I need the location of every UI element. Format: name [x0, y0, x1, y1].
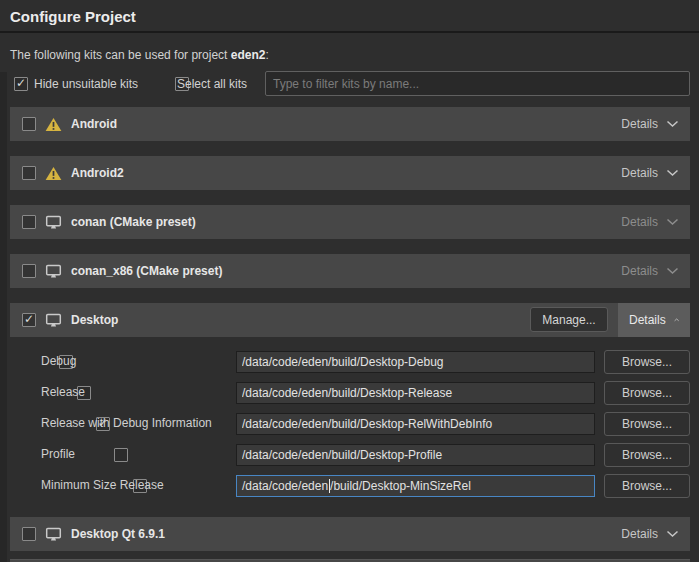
kit-conan-x86-details-button[interactable]: Details: [610, 254, 690, 288]
chevron-down-icon: [666, 120, 679, 128]
checkmark-icon: ✓: [16, 76, 26, 90]
kit-name: Desktop Qt 6.9.1: [71, 527, 165, 541]
chevron-down-icon: [666, 169, 679, 177]
config-profile-checkbox[interactable]: [114, 448, 128, 462]
title-separator: [0, 31, 699, 33]
page-title: Configure Project: [10, 8, 136, 25]
kit-conan-checkbox[interactable]: [22, 215, 36, 229]
scroll-area-edge: [0, 72, 7, 562]
config-profile-label: Profile: [41, 447, 75, 461]
config-release-label: Release: [41, 385, 85, 399]
config-relwithdebinfo-browse-button[interactable]: Browse...: [604, 412, 690, 436]
kit-name: Desktop: [71, 313, 118, 327]
config-debug-path-input[interactable]: [236, 351, 595, 373]
kit-desktop-checkbox[interactable]: ✓: [22, 313, 36, 327]
kit-android2-checkbox[interactable]: [22, 166, 36, 180]
desktop-icon: [45, 527, 62, 542]
chevron-down-icon: [666, 218, 679, 226]
hide-unsuitable-kits-label: Hide unsuitable kits: [34, 77, 138, 91]
kit-row-conan: conan (CMake preset) Details: [10, 205, 690, 239]
chevron-down-icon: [666, 267, 679, 275]
kit-desktop-qt-checkbox[interactable]: [22, 527, 36, 541]
kit-name: conan (CMake preset): [71, 215, 196, 229]
config-profile-browse-button[interactable]: Browse...: [604, 443, 690, 467]
desktop-icon: [45, 313, 62, 328]
config-release-browse-button[interactable]: Browse...: [604, 381, 690, 405]
intro-text: The following kits can be used for proje…: [10, 48, 269, 62]
desktop-icon: [45, 264, 62, 279]
kit-android-checkbox[interactable]: [22, 117, 36, 131]
kit-row-conan-x86: conan_x86 (CMake preset) Details: [10, 254, 690, 288]
warning-icon: [45, 117, 62, 132]
kit-desktop-qt-details-button[interactable]: Details: [610, 517, 690, 551]
kit-row-desktop: ✓ Desktop Manage... Details: [10, 303, 690, 337]
config-minsizerel-browse-button[interactable]: Browse...: [604, 474, 690, 498]
kit-filter-input[interactable]: [265, 71, 690, 96]
kit-name: Android2: [71, 166, 124, 180]
kit-row-android: Android Details: [10, 107, 690, 141]
manage-kits-button[interactable]: Manage...: [530, 307, 608, 332]
kit-row-desktop-qt: Desktop Qt 6.9.1 Details: [10, 517, 690, 551]
config-profile-path-input[interactable]: [236, 444, 595, 466]
checkmark-icon: ✓: [24, 312, 34, 326]
config-release-path-input[interactable]: [236, 382, 595, 404]
config-relwithdebinfo-path-input[interactable]: [236, 413, 595, 435]
config-minsizerel-path-input[interactable]: /data/code/eden/build/Desktop-MinSizeRel: [236, 475, 595, 497]
select-all-kits-label: Select all kits: [177, 77, 247, 91]
kit-conan-details-button[interactable]: Details: [610, 205, 690, 239]
hide-unsuitable-kits-checkbox[interactable]: ✓: [14, 77, 28, 91]
kit-name: Android: [71, 117, 117, 131]
kit-android2-details-button[interactable]: Details: [610, 156, 690, 190]
kit-conan-x86-checkbox[interactable]: [22, 264, 36, 278]
config-debug-label: Debug: [41, 354, 76, 368]
kit-name: conan_x86 (CMake preset): [71, 264, 222, 278]
desktop-icon: [45, 215, 62, 230]
kit-row-android2: Android2 Details: [10, 156, 690, 190]
project-name: eden2: [231, 48, 266, 62]
config-relwithdebinfo-label: Release with Debug Information: [41, 416, 212, 430]
config-minsizerel-label: Minimum Size Release: [41, 478, 164, 492]
chevron-down-icon: [666, 530, 679, 538]
kit-desktop-details-button[interactable]: Details: [618, 303, 690, 337]
warning-icon: [45, 166, 62, 181]
chevron-up-icon: [674, 316, 679, 324]
kit-android-details-button[interactable]: Details: [610, 107, 690, 141]
config-debug-browse-button[interactable]: Browse...: [604, 350, 690, 374]
